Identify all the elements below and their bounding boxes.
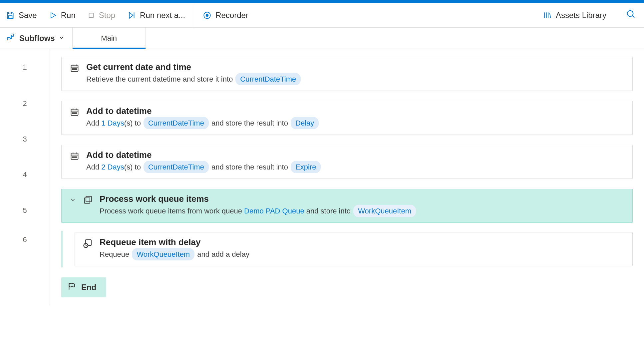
action-add-datetime-2[interactable]: Add to datetime Add 2 Days(s) to Current… bbox=[61, 145, 633, 179]
svg-line-13 bbox=[632, 16, 634, 18]
line-number: 6 bbox=[0, 228, 50, 251]
card-title: Add to datetime bbox=[86, 106, 624, 116]
line-gutter: 1 2 3 4 5 6 bbox=[0, 49, 50, 305]
calendar-icon bbox=[70, 151, 80, 161]
svg-marker-2 bbox=[51, 13, 56, 18]
stop-icon bbox=[88, 12, 95, 19]
subflows-dropdown[interactable]: Subflows bbox=[0, 28, 73, 49]
card-description: Requeue WorkQueueItem and add a delay bbox=[100, 248, 624, 260]
svg-point-7 bbox=[206, 14, 209, 17]
search-button[interactable] bbox=[618, 9, 644, 21]
flow-list: Get current date and time Retrieve the c… bbox=[50, 49, 644, 305]
card-body: Add to datetime Add 1 Days(s) to Current… bbox=[86, 106, 624, 129]
desc-text: and add a delay bbox=[197, 250, 249, 258]
svg-point-12 bbox=[627, 11, 633, 17]
chevron-down-icon[interactable] bbox=[70, 196, 76, 205]
desc-text: Process work queue items from work queue bbox=[100, 207, 244, 215]
variable-pill[interactable]: Expire bbox=[291, 161, 321, 173]
calendar-icon bbox=[70, 107, 80, 117]
library-icon bbox=[543, 11, 552, 20]
desc-text: (s) to bbox=[124, 119, 143, 127]
desc-text: Requeue bbox=[100, 250, 131, 258]
card-title: Add to datetime bbox=[86, 150, 624, 160]
card-body: Get current date and time Retrieve the c… bbox=[86, 62, 624, 85]
variable-pill[interactable]: CurrentDateTime bbox=[144, 161, 209, 173]
toolbar-divider bbox=[194, 3, 194, 27]
subflows-row: Subflows Main bbox=[0, 28, 644, 49]
recorder-button[interactable]: Recorder bbox=[197, 3, 254, 27]
toolbar-right-group: Assets Library bbox=[537, 3, 644, 27]
tab-label: Main bbox=[101, 34, 117, 43]
run-next-label: Run next a... bbox=[140, 11, 185, 20]
canvas: 1 2 3 4 5 6 Get current date and time Re… bbox=[0, 49, 644, 305]
desc-text: Retrieve the current datetime and store … bbox=[86, 75, 235, 83]
calendar-icon bbox=[70, 63, 80, 73]
desc-text: Add bbox=[86, 119, 101, 127]
play-icon bbox=[49, 11, 57, 19]
toolbar-spacer bbox=[254, 3, 537, 27]
toolbar-mid-group: Recorder bbox=[197, 3, 254, 27]
search-icon bbox=[626, 9, 636, 21]
line-number: 4 bbox=[0, 157, 50, 192]
svg-line-40 bbox=[86, 245, 87, 246]
card-description: Add 2 Days(s) to CurrentDateTime and sto… bbox=[86, 161, 624, 173]
loop-end[interactable]: End bbox=[61, 277, 106, 297]
step-icon bbox=[127, 11, 136, 20]
card-description: Process work queue items from work queue… bbox=[100, 205, 624, 217]
variable-pill[interactable]: WorkQueueItem bbox=[132, 248, 194, 260]
action-add-datetime-1[interactable]: Add to datetime Add 1 Days(s) to Current… bbox=[61, 101, 633, 135]
tab-main[interactable]: Main bbox=[73, 28, 146, 49]
svg-marker-4 bbox=[130, 12, 133, 18]
queue-icon bbox=[83, 195, 93, 204]
card-description: Retrieve the current datetime and store … bbox=[86, 73, 624, 85]
desc-text: and store the result into bbox=[211, 119, 290, 127]
loop-body: Requeue item with delay Requeue WorkQueu… bbox=[61, 231, 633, 267]
save-icon bbox=[6, 11, 15, 20]
card-description: Add 1 Days(s) to CurrentDateTime and sto… bbox=[86, 117, 624, 129]
run-button[interactable]: Run bbox=[43, 3, 82, 27]
run-label: Run bbox=[61, 11, 76, 20]
card-body: Add to datetime Add 2 Days(s) to Current… bbox=[86, 150, 624, 173]
param-link[interactable]: 1 Days bbox=[101, 119, 124, 127]
line-number: 5 bbox=[0, 192, 50, 228]
toolbar-left-group: Save Run Stop Run next a... bbox=[0, 3, 191, 27]
variable-pill[interactable]: CurrentDateTime bbox=[144, 117, 209, 129]
card-title: Get current date and time bbox=[86, 62, 624, 72]
action-get-datetime[interactable]: Get current date and time Retrieve the c… bbox=[61, 57, 633, 91]
svg-rect-35 bbox=[86, 196, 91, 202]
variable-pill[interactable]: Delay bbox=[291, 117, 319, 129]
svg-rect-14 bbox=[8, 38, 10, 40]
desc-text: and store into bbox=[304, 207, 353, 215]
recorder-label: Recorder bbox=[215, 11, 248, 20]
action-requeue[interactable]: Requeue item with delay Requeue WorkQueu… bbox=[75, 232, 633, 266]
line-number: 1 bbox=[0, 49, 50, 86]
line-number: 2 bbox=[0, 86, 50, 121]
desc-text: and store the result into bbox=[211, 163, 290, 171]
desc-text: Add bbox=[86, 163, 101, 171]
param-link[interactable]: 2 Days bbox=[101, 163, 124, 171]
save-button[interactable]: Save bbox=[0, 3, 43, 27]
line-number: 3 bbox=[0, 121, 50, 157]
svg-rect-1 bbox=[9, 16, 12, 19]
desc-text: (s) to bbox=[124, 163, 143, 171]
toolbar: Save Run Stop Run next a... Recorde bbox=[0, 3, 644, 28]
window-accent-bar bbox=[0, 0, 644, 3]
svg-rect-0 bbox=[9, 12, 12, 14]
run-next-button[interactable]: Run next a... bbox=[121, 3, 191, 27]
flag-icon bbox=[67, 282, 76, 293]
action-process-queue[interactable]: Process work queue items Process work qu… bbox=[61, 189, 633, 223]
chevron-down-icon bbox=[58, 34, 65, 43]
variable-pill[interactable]: WorkQueueItem bbox=[353, 205, 416, 217]
svg-line-11 bbox=[549, 13, 550, 18]
param-link[interactable]: Demo PAD Queue bbox=[244, 207, 304, 215]
card-title: Process work queue items bbox=[100, 194, 624, 204]
subflows-label: Subflows bbox=[19, 34, 55, 43]
assets-library-button[interactable]: Assets Library bbox=[537, 3, 612, 27]
record-icon bbox=[203, 11, 211, 20]
stop-button: Stop bbox=[82, 3, 121, 27]
svg-rect-34 bbox=[85, 198, 90, 203]
card-body: Requeue item with delay Requeue WorkQueu… bbox=[100, 237, 624, 260]
svg-rect-3 bbox=[89, 13, 93, 17]
subflows-icon bbox=[7, 34, 16, 43]
variable-pill[interactable]: CurrentDateTime bbox=[235, 73, 301, 85]
